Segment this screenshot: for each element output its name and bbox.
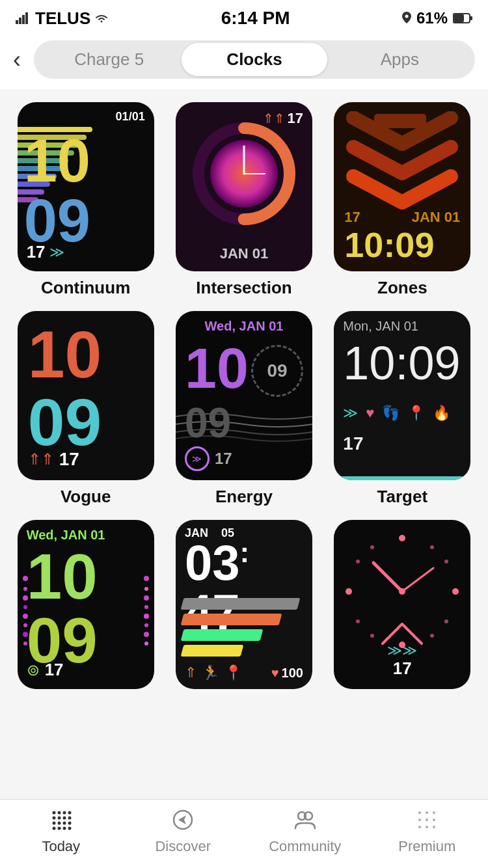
svg-marker-61 <box>178 815 186 824</box>
vogue-min: 09 <box>28 389 102 455</box>
clock-face-continuum: 01/01 10 09 17 ≫ <box>18 102 154 271</box>
svg-point-22 <box>144 587 148 591</box>
battery-percent: 61% <box>416 9 448 27</box>
energy-ring: ≫ <box>185 446 210 471</box>
svg-point-58 <box>62 827 66 830</box>
vogue-footer: ⇑⇑ 17 <box>28 449 79 470</box>
svg-point-53 <box>68 811 71 815</box>
svg-point-34 <box>444 560 448 563</box>
svg-point-23 <box>144 595 149 601</box>
svg-point-46 <box>62 811 66 815</box>
svg-rect-7 <box>454 14 464 22</box>
svg-point-28 <box>144 642 148 645</box>
clock-face-intersection: ⇑⇑ 17 JAN <box>176 102 312 271</box>
zones-date: JAN 01 <box>412 209 461 226</box>
continuum-chevron: ≫ <box>49 244 64 261</box>
svg-point-67 <box>418 819 421 821</box>
svg-point-57 <box>57 827 61 830</box>
clock-label-intersection: Intersection <box>196 278 291 298</box>
svg-point-55 <box>68 822 71 825</box>
nav-discover-label: Discover <box>155 838 211 855</box>
clock-item-diagonal[interactable]: JAN 05 03: 47 ⇑ 🏃 📍 ♥ <box>171 520 316 696</box>
nav-discover[interactable]: Discover <box>137 809 228 855</box>
target-steps: 17 <box>343 433 363 454</box>
diag-heart-icon: ♥ <box>271 666 279 681</box>
back-button[interactable]: ‹ <box>13 44 27 76</box>
svg-rect-3 <box>25 12 28 24</box>
energy-date: Wed, JAN 01 <box>176 319 312 334</box>
clock-item-spark[interactable]: Wed, JAN 01 10 09 <box>13 520 158 696</box>
target-chevron-icon: ≫ <box>343 405 358 422</box>
zones-steps: 17 <box>344 209 360 226</box>
diag-footer: ⇑ 🏃 📍 ♥ 100 <box>185 664 303 681</box>
energy-steps: 17 <box>215 450 232 468</box>
clock-item-vogue[interactable]: 10 09 ⇑⇑ 17 Vogue <box>13 311 158 507</box>
nav-premium-label: Premium <box>398 838 455 855</box>
svg-point-21 <box>144 576 149 581</box>
svg-point-43 <box>399 588 405 595</box>
continuum-hour: 10 <box>24 131 90 191</box>
svg-point-26 <box>144 623 148 627</box>
svg-rect-2 <box>22 15 25 24</box>
svg-point-38 <box>356 619 360 623</box>
zones-svg <box>340 111 464 215</box>
zones-time: 10:09 <box>344 227 460 262</box>
tab-apps[interactable]: Apps <box>327 43 472 76</box>
energy-circle: 09 <box>251 345 303 397</box>
clock-item-zones[interactable]: 17 JAN 01 10:09 Zones <box>330 102 475 298</box>
svg-line-41 <box>373 563 402 591</box>
svg-point-27 <box>144 632 149 637</box>
diag-hr-value: 100 <box>282 666 303 681</box>
clock-face-energy: Wed, JAN 01 10 09 09 ≫ 17 <box>176 311 312 480</box>
nav-premium[interactable]: Premium <box>381 809 472 855</box>
svg-point-36 <box>430 634 434 638</box>
diag-icon-row: ⇑ 🏃 📍 <box>185 664 242 681</box>
clock-label-target: Target <box>377 487 428 507</box>
nav-today[interactable]: Today <box>16 809 107 855</box>
svg-point-59 <box>68 827 71 830</box>
svg-point-66 <box>433 811 435 814</box>
svg-point-40 <box>370 545 374 549</box>
target-flame-icon: 🔥 <box>433 405 450 422</box>
energy-hour: 10 <box>185 340 249 397</box>
analog-chevrons: ≫≫ <box>387 642 417 659</box>
clock-item-target[interactable]: Mon, JAN 01 10:09 ≫ ♥ 👣 📍 🔥 17 Target <box>330 311 475 507</box>
analog-steps: 17 <box>393 658 412 679</box>
svg-point-20 <box>23 642 27 645</box>
spark-dots-right <box>139 572 152 653</box>
svg-line-42 <box>402 568 433 591</box>
premium-icon <box>416 809 438 835</box>
svg-point-30 <box>452 588 459 595</box>
svg-point-32 <box>346 588 352 595</box>
clock-label-vogue: Vogue <box>61 487 111 507</box>
clock-item-continuum[interactable]: 01/01 10 09 17 ≫ <box>13 102 158 298</box>
tab-clocks[interactable]: Clocks <box>182 43 327 76</box>
svg-point-19 <box>23 632 28 637</box>
svg-point-29 <box>399 535 405 541</box>
clock-item-analog[interactable]: ≫≫ 17 <box>330 520 475 696</box>
clock-face-zones: 17 JAN 01 10:09 <box>334 102 470 271</box>
status-carrier: TELUS <box>16 8 109 29</box>
target-location-icon: 📍 <box>407 405 425 422</box>
analog-svg <box>344 533 461 653</box>
intersection-dial <box>192 122 296 226</box>
target-date: Mon, JAN 01 <box>343 319 418 334</box>
spark-steps: 17 <box>45 660 64 680</box>
svg-point-50 <box>52 822 55 825</box>
clock-face-target: Mon, JAN 01 10:09 ≫ ♥ 👣 📍 🔥 17 <box>334 311 470 480</box>
svg-point-24 <box>144 605 148 609</box>
battery-icon <box>453 9 472 27</box>
svg-point-52 <box>62 822 66 825</box>
signal-icon <box>16 8 31 29</box>
svg-point-56 <box>52 827 55 830</box>
svg-point-72 <box>433 826 435 828</box>
svg-point-4 <box>405 15 408 18</box>
clock-item-energy[interactable]: Wed, JAN 01 10 09 09 ≫ 17 Energy <box>171 311 316 507</box>
svg-rect-0 <box>16 20 18 24</box>
svg-point-35 <box>444 619 448 623</box>
status-battery-area: 61% <box>402 9 472 27</box>
tab-charge5[interactable]: Charge 5 <box>36 43 182 76</box>
svg-point-25 <box>144 614 149 619</box>
clock-item-intersection[interactable]: ⇑⇑ 17 JAN <box>171 102 316 298</box>
nav-community[interactable]: Community <box>260 809 351 855</box>
